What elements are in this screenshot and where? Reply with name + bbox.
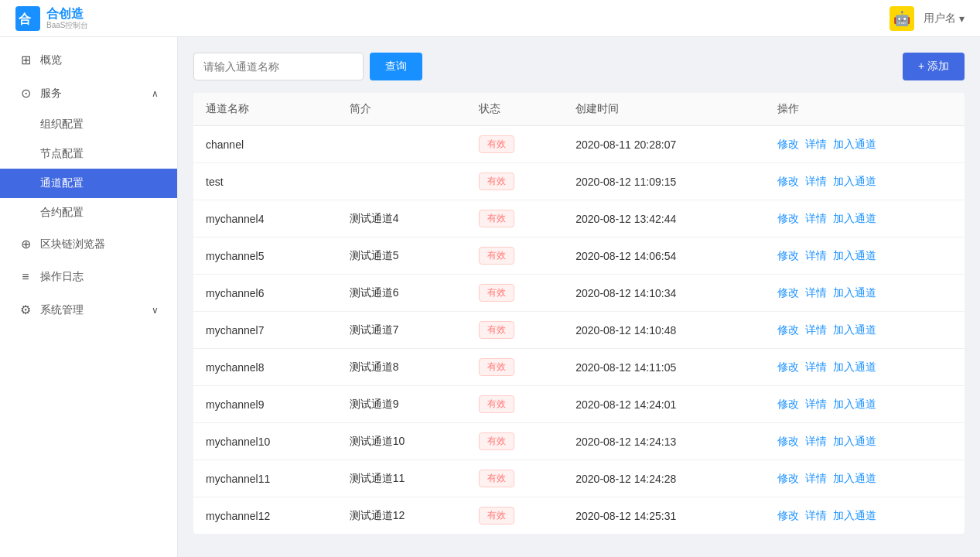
add-button[interactable]: + 添加 (903, 53, 965, 80)
action-详情[interactable]: 详情 (805, 212, 827, 226)
action-加入通道[interactable]: 加入通道 (833, 212, 876, 226)
sidebar-item-blockchain-browser[interactable]: ⊕ 区块链浏览器 (0, 227, 177, 261)
sidebar-item-org-config[interactable]: 组织配置 (0, 110, 177, 139)
status-badge: 有效 (479, 135, 514, 153)
action-加入通道[interactable]: 加入通道 (833, 361, 876, 374)
cell-actions: 修改详情加入通道 (765, 386, 965, 423)
action-详情[interactable]: 详情 (805, 323, 827, 337)
cell-actions: 修改详情加入通道 (765, 349, 965, 386)
action-修改[interactable]: 修改 (777, 249, 799, 263)
action-加入通道[interactable]: 加入通道 (833, 175, 876, 189)
status-badge: 有效 (479, 395, 514, 413)
action-详情[interactable]: 详情 (805, 509, 827, 523)
action-加入通道[interactable]: 加入通道 (833, 323, 876, 337)
action-加入通道[interactable]: 加入通道 (833, 398, 876, 412)
col-header-name: 通道名称 (193, 93, 337, 126)
status-badge: 有效 (479, 173, 514, 190)
cell-desc: 测试通道8 (337, 349, 466, 386)
action-加入通道[interactable]: 加入通道 (833, 509, 876, 523)
sidebar-item-overview[interactable]: ⊞ 概览 (0, 43, 177, 77)
cell-created-at: 2020-08-12 14:11:05 (563, 349, 765, 386)
cell-name: mychannel9 (193, 386, 337, 423)
cell-status: 有效 (466, 126, 564, 163)
table-row: mychannel12测试通道12有效2020-08-12 14:25:31修改… (193, 497, 965, 535)
table-row: mychannel6测试通道6有效2020-08-12 14:10:34修改详情… (193, 275, 965, 312)
action-详情[interactable]: 详情 (805, 138, 827, 152)
action-links: 修改详情加入通道 (777, 212, 952, 226)
cell-status: 有效 (466, 312, 564, 349)
action-详情[interactable]: 详情 (805, 175, 827, 189)
action-详情[interactable]: 详情 (805, 361, 827, 374)
cell-name: mychannel4 (193, 200, 337, 237)
col-header-status: 状态 (466, 93, 564, 126)
sidebar-item-channel-config[interactable]: 通道配置 (0, 169, 177, 198)
channel-table: 通道名称 简介 状态 创建时间 操作 channel有效2020-08-11 2… (193, 93, 965, 534)
sidebar-item-system-mgmt[interactable]: ⚙ 系统管理 ∨ (0, 293, 177, 326)
action-详情[interactable]: 详情 (805, 472, 827, 486)
cell-name: test (193, 163, 337, 200)
logo-icon: 合 (15, 6, 40, 31)
action-links: 修改详情加入通道 (777, 435, 952, 449)
action-修改[interactable]: 修改 (777, 138, 799, 152)
sidebar-item-node-config[interactable]: 节点配置 (0, 139, 177, 169)
sidebar-item-operation-log[interactable]: ≡ 操作日志 (0, 261, 177, 293)
action-修改[interactable]: 修改 (777, 175, 799, 189)
user-menu[interactable]: 用户名 ▾ (924, 12, 965, 26)
action-修改[interactable]: 修改 (777, 472, 799, 486)
cell-desc (337, 163, 466, 200)
cell-desc (337, 126, 466, 163)
cell-actions: 修改详情加入通道 (765, 126, 965, 163)
sidebar-item-services[interactable]: ⊙ 服务 ∧ (0, 77, 177, 110)
table-row: mychannel11测试通道11有效2020-08-12 14:24:28修改… (193, 460, 965, 497)
status-badge: 有效 (479, 470, 514, 487)
action-修改[interactable]: 修改 (777, 286, 799, 300)
action-修改[interactable]: 修改 (777, 509, 799, 523)
action-修改[interactable]: 修改 (777, 398, 799, 412)
action-加入通道[interactable]: 加入通道 (833, 435, 876, 449)
action-加入通道[interactable]: 加入通道 (833, 249, 876, 263)
cell-status: 有效 (466, 237, 564, 275)
action-修改[interactable]: 修改 (777, 361, 799, 374)
cell-desc: 测试通道7 (337, 312, 466, 349)
cell-status: 有效 (466, 200, 564, 237)
action-详情[interactable]: 详情 (805, 286, 827, 300)
action-加入通道[interactable]: 加入通道 (833, 138, 876, 152)
col-header-created-at: 创建时间 (563, 93, 765, 126)
cell-actions: 修改详情加入通道 (765, 460, 965, 497)
cell-created-at: 2020-08-12 14:24:28 (563, 460, 765, 497)
sidebar-item-operation-log-label: 操作日志 (40, 270, 159, 284)
action-详情[interactable]: 详情 (805, 398, 827, 412)
table-row: channel有效2020-08-11 20:28:07修改详情加入通道 (193, 126, 965, 163)
action-修改[interactable]: 修改 (777, 435, 799, 449)
table-row: test有效2020-08-12 11:09:15修改详情加入通道 (193, 163, 965, 200)
cell-created-at: 2020-08-12 14:10:48 (563, 312, 765, 349)
sidebar-item-services-label: 服务 (40, 87, 144, 101)
sidebar-item-contract-config[interactable]: 合约配置 (0, 198, 177, 227)
sidebar: ⊞ 概览 ⊙ 服务 ∧ 组织配置 节点配置 通道配置 合约配置 ⊕ 区块链浏览器… (0, 37, 178, 557)
logo-area: 合 合创造 BaaS控制台 (15, 6, 88, 31)
overview-icon: ⊞ (19, 53, 32, 67)
action-links: 修改详情加入通道 (777, 398, 952, 412)
action-links: 修改详情加入通道 (777, 175, 952, 189)
svg-text:合: 合 (18, 12, 32, 26)
cell-created-at: 2020-08-12 11:09:15 (563, 163, 765, 200)
cell-actions: 修改详情加入通道 (765, 312, 965, 349)
action-详情[interactable]: 详情 (805, 435, 827, 449)
status-badge: 有效 (479, 284, 514, 302)
cell-desc: 测试通道11 (337, 460, 466, 497)
action-加入通道[interactable]: 加入通道 (833, 472, 876, 486)
action-修改[interactable]: 修改 (777, 212, 799, 226)
query-button[interactable]: 查询 (370, 53, 422, 80)
action-详情[interactable]: 详情 (805, 249, 827, 263)
status-badge: 有效 (479, 507, 514, 525)
action-加入通道[interactable]: 加入通道 (833, 286, 876, 300)
status-badge: 有效 (479, 210, 514, 227)
action-修改[interactable]: 修改 (777, 323, 799, 337)
cell-created-at: 2020-08-11 20:28:07 (563, 126, 765, 163)
search-input[interactable] (193, 53, 364, 80)
app-header: 合 合创造 BaaS控制台 🤖 用户名 ▾ (0, 0, 980, 37)
action-links: 修改详情加入通道 (777, 472, 952, 486)
logo-main-text: 合创造 (46, 6, 88, 21)
table-header-row: 通道名称 简介 状态 创建时间 操作 (193, 93, 965, 126)
sidebar-item-system-mgmt-label: 系统管理 (40, 303, 144, 317)
